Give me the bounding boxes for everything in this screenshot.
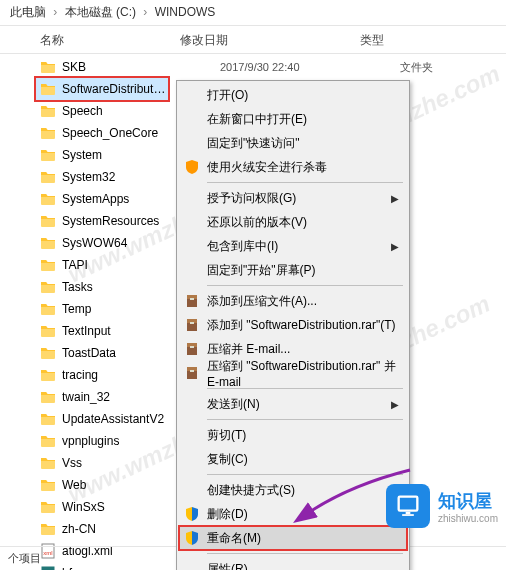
item-label: SoftwareDistribution: [62, 82, 168, 96]
folder-icon: [40, 257, 56, 273]
item-date: 2017/9/30 22:40: [220, 61, 300, 73]
menu-delete[interactable]: 删除(D): [179, 502, 407, 526]
item-label: UpdateAssistantV2: [62, 412, 164, 426]
list-item[interactable]: SKB 2017/9/30 22:40 文件夹: [0, 56, 506, 78]
item-label: Speech_OneCore: [62, 126, 158, 140]
status-text: 个项目: [8, 552, 41, 564]
menu-restore-previous[interactable]: 还原以前的版本(V): [179, 210, 407, 234]
item-label: tracing: [62, 368, 98, 382]
logo-subtitle: zhishiwu.com: [438, 513, 498, 524]
folder-icon: [40, 345, 56, 361]
item-label: WinSxS: [62, 500, 105, 514]
menu-rename[interactable]: 重命名(M): [179, 526, 407, 550]
logo-title: 知识屋: [438, 489, 498, 513]
menu-open[interactable]: 打开(O): [179, 83, 407, 107]
chevron-right-icon: ▶: [391, 241, 399, 252]
item-label: System32: [62, 170, 115, 184]
folder-icon: [40, 191, 56, 207]
menu-separator: [207, 553, 403, 554]
folder-icon: [40, 323, 56, 339]
folder-icon: [40, 521, 56, 537]
folder-icon: [40, 59, 56, 75]
item-label: SKB: [62, 60, 86, 74]
menu-separator: [207, 182, 403, 183]
folder-icon: [40, 477, 56, 493]
folder-icon: [40, 411, 56, 427]
menu-compress-rar-email[interactable]: 压缩到 "SoftwareDistribution.rar" 并 E-mail: [179, 361, 407, 385]
shield-icon: [183, 158, 201, 176]
menu-send-to[interactable]: 发送到(N)▶: [179, 392, 407, 416]
folder-icon: [40, 499, 56, 515]
menu-add-archive[interactable]: 添加到压缩文件(A)...: [179, 289, 407, 313]
item-label: Temp: [62, 302, 91, 316]
item-label: ToastData: [62, 346, 116, 360]
menu-add-rar[interactable]: 添加到 "SoftwareDistribution.rar"(T): [179, 313, 407, 337]
folder-icon: [40, 389, 56, 405]
breadcrumb-part[interactable]: WINDOWS: [155, 5, 216, 19]
folder-icon: [40, 169, 56, 185]
menu-cut[interactable]: 剪切(T): [179, 423, 407, 447]
archive-icon: [183, 316, 201, 334]
folder-icon: [40, 455, 56, 471]
list-item[interactable]: SoftwareDistribution: [36, 78, 168, 100]
folder-icon: [40, 235, 56, 251]
chevron-right-icon: ▶: [391, 193, 399, 204]
menu-create-shortcut[interactable]: 创建快捷方式(S): [179, 478, 407, 502]
monitor-icon: [386, 484, 430, 528]
breadcrumb[interactable]: 此电脑 › 本地磁盘 (C:) › WINDOWS: [0, 0, 506, 26]
chevron-right-icon: ▶: [391, 399, 399, 410]
item-label: TAPI: [62, 258, 88, 272]
item-label: SysWOW64: [62, 236, 127, 250]
breadcrumb-part[interactable]: 此电脑: [10, 5, 46, 19]
menu-open-new-window[interactable]: 在新窗口中打开(E): [179, 107, 407, 131]
item-label: twain_32: [62, 390, 110, 404]
folder-icon: [40, 81, 56, 97]
chevron-right-icon: ›: [143, 5, 147, 19]
item-label: TextInput: [62, 324, 111, 338]
item-label: SystemApps: [62, 192, 129, 206]
menu-include-library[interactable]: 包含到库中(I)▶: [179, 234, 407, 258]
column-date[interactable]: 修改日期: [180, 32, 360, 49]
folder-icon: [40, 301, 56, 317]
menu-pin-quick-access[interactable]: 固定到"快速访问": [179, 131, 407, 155]
column-type[interactable]: 类型: [360, 32, 506, 49]
folder-icon: [40, 367, 56, 383]
chevron-right-icon: ›: [53, 5, 57, 19]
menu-properties[interactable]: 属性(R): [179, 557, 407, 570]
item-label: Tasks: [62, 280, 93, 294]
item-label: vpnplugins: [62, 434, 119, 448]
folder-icon: [40, 213, 56, 229]
archive-icon: [183, 364, 201, 382]
menu-copy[interactable]: 复制(C): [179, 447, 407, 471]
shield-icon: [183, 529, 201, 547]
menu-pin-start[interactable]: 固定到"开始"屏幕(P): [179, 258, 407, 282]
item-label: zh-CN: [62, 522, 96, 536]
column-name[interactable]: 名称: [0, 32, 180, 49]
column-headers: 名称 修改日期 类型: [0, 26, 506, 54]
archive-icon: [183, 340, 201, 358]
context-menu: 打开(O) 在新窗口中打开(E) 固定到"快速访问" 使用火绒安全进行杀毒 授予…: [176, 80, 410, 570]
archive-icon: [183, 292, 201, 310]
folder-icon: [40, 103, 56, 119]
menu-separator: [207, 285, 403, 286]
item-label: Web: [62, 478, 86, 492]
folder-icon: [40, 279, 56, 295]
item-label: System: [62, 148, 102, 162]
shield-icon: [183, 505, 201, 523]
menu-huorong-scan[interactable]: 使用火绒安全进行杀毒: [179, 155, 407, 179]
item-label: Speech: [62, 104, 103, 118]
breadcrumb-part[interactable]: 本地磁盘 (C:): [65, 5, 136, 19]
folder-icon: [40, 125, 56, 141]
item-type: 文件夹: [400, 60, 433, 75]
menu-separator: [207, 474, 403, 475]
folder-icon: [40, 147, 56, 163]
site-logo: 知识屋 zhishiwu.com: [386, 484, 498, 528]
item-label: Vss: [62, 456, 82, 470]
item-label: SystemResources: [62, 214, 159, 228]
folder-icon: [40, 433, 56, 449]
menu-separator: [207, 419, 403, 420]
menu-grant-access[interactable]: 授予访问权限(G)▶: [179, 186, 407, 210]
